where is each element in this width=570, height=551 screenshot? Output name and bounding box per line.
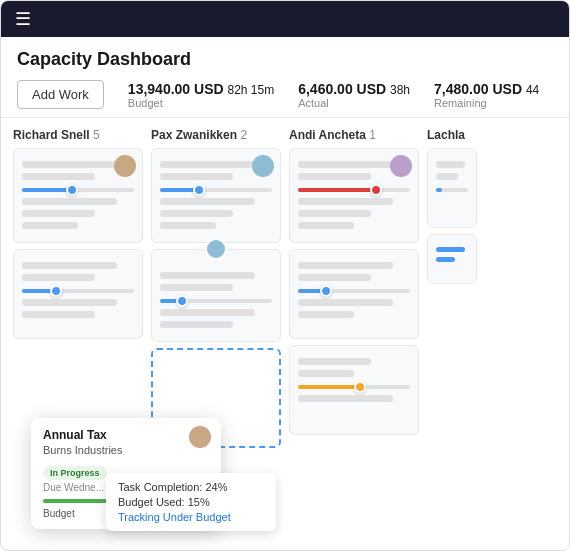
tooltip-company: Burns Industries: [43, 444, 209, 456]
column-richard-snell: Richard Snell 5: [13, 128, 143, 551]
header-stats: Add Work 13,940.00 USD 82h 15m Budget 6,…: [17, 80, 553, 109]
budget-used: Budget Used: 15%: [118, 496, 264, 508]
card-3-2[interactable]: [289, 249, 419, 339]
remaining-label: Remaining: [434, 97, 539, 109]
avatar-1-1: [114, 155, 136, 177]
column-header-4: Lachla: [427, 128, 477, 142]
card-4-1[interactable]: [427, 148, 477, 228]
tooltip-title: Annual Tax: [43, 428, 209, 444]
slider-1-2[interactable]: [22, 289, 134, 293]
slider-3-2[interactable]: [298, 289, 410, 293]
actual-label: Actual: [298, 97, 410, 109]
avatar-2-1: [252, 155, 274, 177]
slider-3-3[interactable]: [298, 385, 410, 389]
card-3-3[interactable]: [289, 345, 419, 435]
budget-stat: 13,940.00 USD 82h 15m Budget: [128, 81, 274, 109]
column-header-1: Richard Snell 5: [13, 128, 143, 142]
columns-area: Richard Snell 5: [1, 118, 569, 551]
task-completion: Task Completion: 24%: [118, 481, 264, 493]
column-andi-ancheta: Andi Ancheta 1: [289, 128, 419, 551]
card-4-2[interactable]: [427, 234, 477, 284]
header: Capacity Dashboard Add Work 13,940.00 US…: [1, 37, 569, 118]
actual-value: 6,460.00 USD 38h: [298, 81, 410, 97]
add-work-button[interactable]: Add Work: [17, 80, 104, 109]
slider-1-1[interactable]: [22, 188, 134, 192]
budget-value: 13,940.00 USD 82h 15m: [128, 81, 274, 97]
tooltip-popup: Task Completion: 24% Budget Used: 15% Tr…: [106, 473, 276, 531]
card-1-2[interactable]: [13, 249, 143, 339]
card-2-1[interactable]: [151, 148, 281, 243]
column-lachla: Lachla: [427, 128, 477, 551]
budget-label: Budget: [43, 508, 75, 519]
remaining-value: 7,480.00 USD 44: [434, 81, 539, 97]
card-1-1[interactable]: [13, 148, 143, 243]
tracking-link[interactable]: Tracking Under Budget: [118, 511, 264, 523]
menu-icon[interactable]: ☰: [15, 8, 31, 30]
actual-stat: 6,460.00 USD 38h Actual: [298, 81, 410, 109]
avatar-3-1: [390, 155, 412, 177]
page-title: Capacity Dashboard: [17, 49, 553, 70]
slider-2-2[interactable]: [160, 299, 272, 303]
card-2-2[interactable]: [151, 249, 281, 342]
column-header-3: Andi Ancheta 1: [289, 128, 419, 142]
slider-2-1[interactable]: [160, 188, 272, 192]
status-badge: In Progress: [43, 466, 107, 480]
top-bar: ☰: [1, 1, 569, 37]
avatar-2-2: [205, 238, 227, 260]
slider-4-1[interactable]: [436, 188, 468, 192]
tooltip-avatar: [189, 426, 211, 448]
card-3-1[interactable]: [289, 148, 419, 243]
remaining-stat: 7,480.00 USD 44 Remaining: [434, 81, 539, 109]
column-header-2: Pax Zwanikken 2: [151, 128, 281, 142]
budget-label: Budget: [128, 97, 274, 109]
slider-3-1[interactable]: [298, 188, 410, 192]
